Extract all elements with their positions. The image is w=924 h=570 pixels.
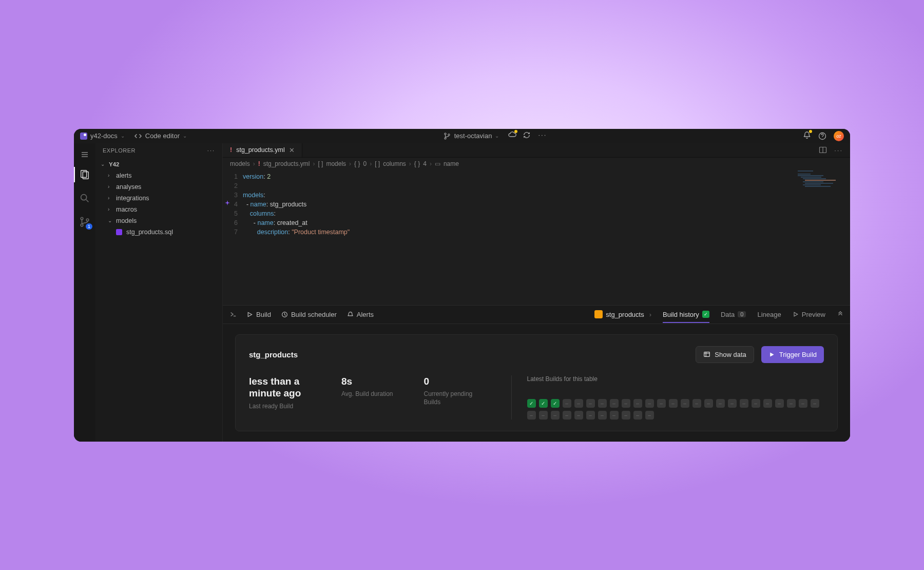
- build-chip-empty[interactable]: –: [586, 399, 595, 408]
- tree-folder-macros[interactable]: ›macros: [95, 204, 222, 215]
- split-editor-button[interactable]: [819, 146, 827, 154]
- code-area[interactable]: 1234567 version: 2 models: - name: stg_p…: [223, 170, 850, 305]
- build-chip-empty[interactable]: –: [657, 399, 666, 408]
- tree-folder-alerts[interactable]: ›alerts: [95, 170, 222, 181]
- editor-more-button[interactable]: ···: [834, 146, 843, 154]
- source-control-badge: 1: [86, 223, 92, 230]
- trigger-build-button[interactable]: Trigger Build: [761, 346, 824, 363]
- mode-selector[interactable]: Code editor ⌄: [134, 132, 187, 140]
- sparkle-icon: [225, 200, 230, 205]
- build-chip-success[interactable]: ✓: [539, 399, 548, 408]
- tree-root-label: Y42: [109, 161, 119, 167]
- array-icon: [ ]: [318, 160, 323, 167]
- tree-folder-models[interactable]: ⌄models: [95, 215, 222, 226]
- build-chip-empty[interactable]: –: [598, 399, 607, 408]
- build-chip-empty[interactable]: –: [539, 411, 548, 420]
- build-chip-empty[interactable]: –: [669, 399, 678, 408]
- git-branch-icon: [443, 132, 451, 140]
- sidebar-title: EXPLORER: [103, 147, 136, 154]
- svg-point-0: [445, 133, 446, 135]
- svg-point-8: [81, 224, 83, 226]
- svg-point-9: [86, 219, 89, 221]
- check-icon: ✓: [702, 311, 709, 318]
- stats-row: less than a minute ago Last ready Build …: [249, 375, 824, 420]
- build-chip-empty[interactable]: –: [752, 399, 760, 408]
- svg-point-1: [445, 137, 446, 139]
- bottom-panel: Build Build scheduler Alerts: [223, 305, 850, 442]
- sql-file-icon: [116, 229, 122, 235]
- minimap[interactable]: [794, 170, 850, 305]
- build-chip-empty[interactable]: –: [527, 411, 536, 420]
- build-chip-empty[interactable]: –: [598, 411, 607, 420]
- asset-pill[interactable]: stg_products ›: [594, 310, 651, 318]
- build-chip-empty[interactable]: –: [622, 411, 630, 420]
- build-chip-empty[interactable]: –: [563, 399, 571, 408]
- build-chip-empty[interactable]: –: [775, 399, 784, 408]
- build-chip-empty[interactable]: –: [740, 399, 748, 408]
- branch-selector[interactable]: test-octavian ⌄: [443, 131, 499, 141]
- chevron-down-icon: ⌄: [108, 218, 114, 223]
- build-chip-empty[interactable]: –: [574, 411, 583, 420]
- build-chip-empty[interactable]: –: [645, 399, 654, 408]
- svg-point-6: [81, 194, 87, 200]
- tab-stg-products-yml[interactable]: ! stg_products.yml ✕: [223, 143, 302, 157]
- workspace-selector[interactable]: y42-docs ⌄: [80, 132, 125, 140]
- build-chip-empty[interactable]: –: [551, 411, 560, 420]
- build-chip-empty[interactable]: –: [799, 399, 807, 408]
- svg-rect-12: [704, 352, 710, 357]
- build-chip-empty[interactable]: –: [610, 399, 619, 408]
- tab-lineage[interactable]: Lineage: [757, 311, 781, 318]
- build-chip-empty[interactable]: –: [716, 399, 725, 408]
- build-chip-empty[interactable]: –: [633, 411, 642, 420]
- refresh-button[interactable]: [523, 131, 531, 139]
- help-button[interactable]: [818, 132, 826, 140]
- notifications-button[interactable]: [803, 131, 811, 141]
- build-chip-empty[interactable]: –: [633, 399, 642, 408]
- tree-folder-analyses[interactable]: ›analyses: [95, 181, 222, 193]
- build-chip-success[interactable]: ✓: [527, 399, 536, 408]
- build-chip-success[interactable]: ✓: [551, 399, 560, 408]
- search-tab[interactable]: [74, 187, 95, 209]
- body: 1 EXPLORER ··· ⌄ Y42 ›alerts ›analyses ›…: [74, 143, 850, 442]
- build-chip-empty[interactable]: –: [728, 399, 737, 408]
- tab-build-history[interactable]: Build history ✓: [663, 311, 709, 318]
- sidebar-more-button[interactable]: ···: [207, 147, 215, 154]
- build-chip-empty[interactable]: –: [610, 411, 619, 420]
- sidebar-header: EXPLORER ···: [95, 143, 222, 158]
- stat-last-ready: less than a minute ago Last ready Build: [249, 375, 341, 411]
- collapse-panel-button[interactable]: [837, 311, 844, 318]
- build-chip-empty[interactable]: –: [586, 411, 595, 420]
- build-chip-empty[interactable]: –: [787, 399, 796, 408]
- breadcrumb[interactable]: models› ! stg_products.yml› [ ]models› {…: [223, 158, 850, 170]
- show-data-button[interactable]: Show data: [696, 346, 754, 363]
- build-chip-empty[interactable]: –: [681, 399, 689, 408]
- explorer-tab[interactable]: [74, 164, 95, 185]
- avatar[interactable]: oz: [834, 131, 844, 141]
- build-button[interactable]: Build: [246, 311, 271, 318]
- tree-folder-integrations[interactable]: ›integrations: [95, 193, 222, 204]
- build-chip-empty[interactable]: –: [692, 399, 701, 408]
- badge-dot-icon: [809, 130, 812, 133]
- tree-file-stg-products[interactable]: stg_products.sql: [95, 226, 222, 238]
- tree-root[interactable]: ⌄ Y42: [95, 159, 222, 170]
- build-chip-empty[interactable]: –: [574, 399, 583, 408]
- logo-icon: [80, 132, 87, 140]
- sync-indicator[interactable]: [508, 131, 516, 141]
- more-button[interactable]: ···: [538, 131, 547, 141]
- close-icon[interactable]: ✕: [289, 146, 295, 154]
- menu-button[interactable]: [74, 147, 95, 162]
- tab-data[interactable]: Data 0: [721, 311, 746, 318]
- build-chip-empty[interactable]: –: [563, 411, 571, 420]
- build-chip-empty[interactable]: –: [645, 411, 654, 420]
- build-chip-empty[interactable]: –: [622, 399, 630, 408]
- editor-tabs: ! stg_products.yml ✕ ···: [223, 143, 850, 158]
- build-chip-empty[interactable]: –: [811, 399, 819, 408]
- stat-pending: 0 Currently pending Builds: [424, 375, 511, 407]
- build-scheduler-button[interactable]: Build scheduler: [281, 311, 337, 318]
- alerts-button[interactable]: Alerts: [347, 311, 374, 318]
- build-chip-empty[interactable]: –: [704, 399, 713, 408]
- tab-preview[interactable]: Preview: [793, 311, 825, 318]
- terminal-icon[interactable]: [229, 310, 237, 318]
- source-control-tab[interactable]: 1: [74, 211, 95, 233]
- build-chip-empty[interactable]: –: [763, 399, 772, 408]
